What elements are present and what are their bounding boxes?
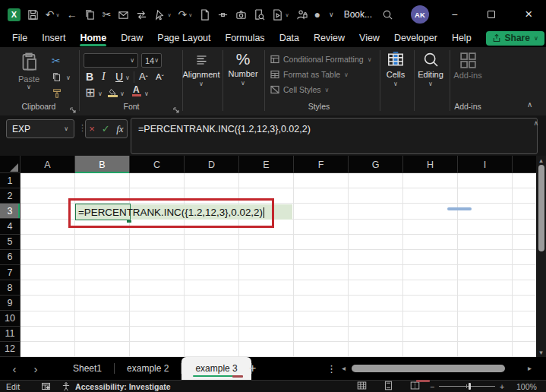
copy-icon[interactable] xyxy=(84,9,96,21)
accessibility-status[interactable]: Accessibility: Investigate xyxy=(75,382,170,391)
column-header-d[interactable]: D xyxy=(185,156,239,173)
row-header-5[interactable]: 5 xyxy=(0,235,20,250)
sheet-nav-right-icon[interactable]: › xyxy=(26,357,46,380)
vertical-scrollbar-thumb[interactable] xyxy=(538,165,544,251)
cut-icon[interactable]: ✂ xyxy=(103,9,112,20)
fill-color-button[interactable] xyxy=(108,86,118,100)
sheet-tab-sheet1[interactable]: Sheet1 xyxy=(61,357,114,380)
addins-button[interactable]: Add-ins xyxy=(450,52,485,80)
row-header-9[interactable]: 9 xyxy=(0,296,20,311)
undo-icon[interactable]: ↶∨ xyxy=(46,9,60,20)
email-icon[interactable] xyxy=(118,9,129,21)
tab-formulas[interactable]: Formulas xyxy=(226,29,265,47)
name-box-chevron-icon[interactable]: ∨ xyxy=(64,125,68,132)
sheet-tab-example-2[interactable]: example 2 xyxy=(115,357,181,380)
record-icon[interactable]: ● xyxy=(314,9,320,20)
new-file-icon[interactable] xyxy=(199,9,210,21)
conditional-formatting-button[interactable]: Conditional Formatting∨ xyxy=(270,55,372,64)
column-header-partial[interactable] xyxy=(513,156,536,173)
tab-home[interactable]: Home xyxy=(80,29,106,47)
row-header-7[interactable]: 7 xyxy=(0,265,20,280)
horizontal-scrollbar-thumb[interactable] xyxy=(352,365,505,372)
column-header-i[interactable]: I xyxy=(458,156,513,173)
tab-review[interactable]: Review xyxy=(314,29,345,47)
increase-font-button[interactable]: Aˆ xyxy=(139,71,148,82)
scroll-down-icon[interactable]: ▾ xyxy=(536,349,546,356)
format-painter-button[interactable] xyxy=(52,88,62,102)
row-header-3[interactable]: 3 xyxy=(0,204,20,219)
borders-chevron-icon[interactable]: ∨ xyxy=(98,90,103,97)
row-header-2[interactable]: 2 xyxy=(0,188,20,204)
row-header-1[interactable]: 1 xyxy=(0,173,20,188)
row-header-4[interactable]: 4 xyxy=(0,219,20,234)
save-icon[interactable] xyxy=(27,9,39,21)
print-preview-icon[interactable] xyxy=(254,9,265,21)
replace-icon[interactable] xyxy=(136,9,147,21)
row-header-8[interactable]: 8 xyxy=(0,280,20,296)
format-as-table-button[interactable]: Format as Table∨ xyxy=(270,70,349,79)
tab-file[interactable]: File xyxy=(12,29,27,47)
column-header-a[interactable]: A xyxy=(21,156,75,173)
cancel-icon[interactable]: × xyxy=(89,123,95,134)
row-header-12[interactable]: 12 xyxy=(0,342,20,357)
copy-chevron-icon[interactable]: ∨ xyxy=(66,74,71,81)
new-sheet-button[interactable]: + xyxy=(249,357,256,380)
formula-input[interactable]: =PERCENTRANK.INC({1.2,12,3},0.02,2) xyxy=(131,118,538,154)
share-button[interactable]: Share ∨ xyxy=(486,31,544,46)
present-icon[interactable]: ∨ xyxy=(272,9,289,21)
bold-button[interactable]: B xyxy=(86,71,93,83)
select-all-button[interactable] xyxy=(0,156,21,173)
redo-icon[interactable]: ↷∨ xyxy=(178,9,193,20)
zoom-level[interactable]: 100% xyxy=(516,381,537,392)
tab-draw[interactable]: Draw xyxy=(121,29,143,47)
tab-help[interactable]: Help xyxy=(452,29,472,47)
editing-group-button[interactable]: Editing ∨ xyxy=(412,52,450,87)
scroll-up-icon[interactable]: ▴ xyxy=(536,156,546,164)
copy-button[interactable] xyxy=(52,71,62,85)
column-header-b[interactable]: B xyxy=(75,156,130,173)
zoom-slider-track[interactable] xyxy=(439,386,495,387)
column-header-f[interactable]: F xyxy=(294,156,349,173)
close-button[interactable]: × xyxy=(517,3,540,26)
maximize-button[interactable] xyxy=(481,3,503,26)
number-group-button[interactable]: % Number ∨ xyxy=(226,50,260,87)
collapse-ribbon-icon[interactable]: ∧ xyxy=(527,100,532,109)
tab-data[interactable]: Data xyxy=(279,29,299,47)
sheet-options-icon[interactable]: ⋮ xyxy=(327,357,336,380)
font-name-combo[interactable]: ∨ xyxy=(84,53,138,68)
cell-styles-button[interactable]: Cell Styles∨ xyxy=(270,85,329,94)
paste-chevron-icon[interactable]: ∨ xyxy=(12,84,46,90)
tab-developer[interactable]: Developer xyxy=(394,29,437,47)
underline-chevron-icon[interactable]: ∨ xyxy=(125,74,130,81)
tab-page-layout[interactable]: Page Layout xyxy=(157,29,210,47)
horizontal-line-icon[interactable] xyxy=(217,9,229,21)
sheet-nav-left-icon[interactable]: ‹ xyxy=(5,357,24,380)
scroll-left-icon[interactable]: ◂ xyxy=(342,364,346,372)
zoom-in-icon[interactable]: + xyxy=(500,381,504,392)
undo-chevron-icon[interactable]: ∨ xyxy=(56,12,60,17)
fill-color-chevron-icon[interactable]: ∨ xyxy=(120,90,125,97)
zoom-slider-thumb[interactable] xyxy=(469,383,471,390)
alignment-group-button[interactable]: Alignment ∨ xyxy=(181,54,222,87)
row-header-6[interactable]: 6 xyxy=(0,250,20,265)
collapse-formula-bar-icon[interactable]: ∧ xyxy=(533,119,538,127)
font-color-chevron-icon[interactable]: ∨ xyxy=(144,90,149,97)
excel-logo-icon[interactable]: X xyxy=(8,8,21,21)
underline-button[interactable]: U xyxy=(115,71,123,83)
account-avatar[interactable]: AK xyxy=(411,5,429,24)
qat-overflow-icon[interactable]: ∨ xyxy=(329,11,334,18)
page-layout-view-icon[interactable] xyxy=(383,381,393,392)
cut-button[interactable]: ✂ xyxy=(52,55,61,67)
horizontal-scrollbar[interactable]: ◂ ▸ xyxy=(342,363,532,374)
scroll-right-icon[interactable]: ▸ xyxy=(528,364,532,372)
present-chevron-icon[interactable]: ∨ xyxy=(285,12,289,17)
row-header-10[interactable]: 10 xyxy=(0,311,20,326)
column-header-c[interactable]: C xyxy=(130,156,185,173)
enter-icon[interactable]: ✓ xyxy=(102,123,110,134)
permissions-icon[interactable] xyxy=(296,9,308,21)
insert-function-icon[interactable]: fx xyxy=(116,123,123,135)
page-break-view-icon[interactable] xyxy=(410,381,420,392)
vertical-scrollbar[interactable]: ▴ ▾ xyxy=(536,156,546,357)
camera-icon[interactable] xyxy=(235,9,247,21)
cells-group-button[interactable]: Cells ∨ xyxy=(378,52,413,87)
